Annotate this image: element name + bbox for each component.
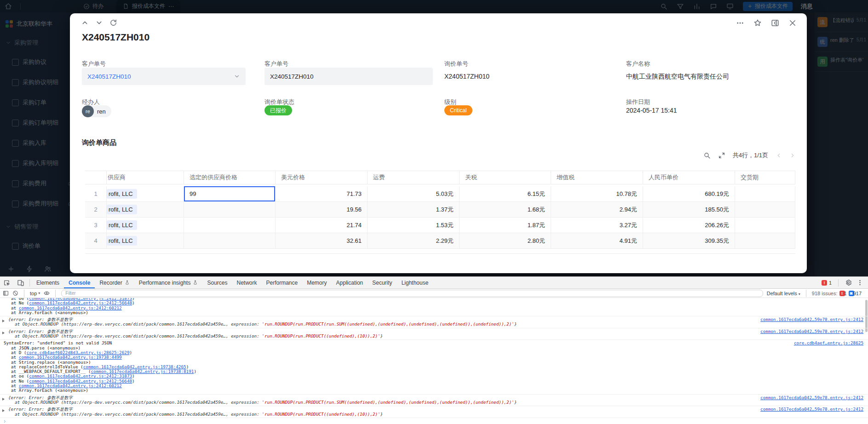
refresh-icon[interactable] [109, 19, 117, 27]
context-selector[interactable]: top ▾ [30, 291, 40, 296]
expand-triangle-icon[interactable] [2, 398, 5, 401]
cell-selected-price[interactable] [184, 233, 276, 249]
cell-vat[interactable]: 3.27元 [551, 218, 643, 233]
cell-vat[interactable]: 2.94元 [551, 202, 643, 218]
cell-freight[interactable]: 1.37元 [368, 202, 460, 218]
prev-record-icon[interactable] [81, 19, 89, 27]
cell-selected-price[interactable] [184, 218, 276, 233]
cell-tariff[interactable]: 6.15元 [460, 186, 551, 202]
devtools-tab-Sources[interactable]: Sources [202, 277, 232, 288]
cell-delivery[interactable] [735, 202, 795, 218]
column-header[interactable]: 关税 [460, 171, 551, 184]
devtools-tab-Application[interactable]: Application [332, 277, 368, 288]
live-expression-icon[interactable] [44, 290, 50, 296]
cell-freight[interactable]: 5.03元 [368, 186, 460, 202]
more-icon[interactable] [736, 19, 744, 27]
cell-cny-price[interactable]: 680.19元 [643, 186, 735, 202]
console-error-group[interactable]: {error: Error: 参数不是数字 at Object.ROUNDUP … [0, 328, 868, 340]
devtools-tab-Elements[interactable]: Elements [32, 277, 64, 288]
collapse-panel-icon[interactable] [771, 19, 779, 27]
source-link[interactable]: common.1617ecda6a042…entry.js:19738:4499 [19, 355, 122, 360]
cell-freight[interactable]: 2.29元 [368, 233, 460, 249]
source-link[interactable]: common.1617ecda6a042…entry.js:2412:60212 [19, 306, 122, 310]
cell-tariff[interactable]: 1.87元 [460, 218, 551, 233]
source-link[interactable]: common.1617ecda6a042…59e78.entry.js:2412 [760, 407, 863, 412]
source-link[interactable]: core.cdb4aef…entry.js:28625 [794, 341, 863, 345]
console-error-group[interactable]: {error: Error: 参数不是数字 at Object.ROUNDUP … [0, 395, 868, 407]
cell-delivery[interactable] [735, 218, 795, 233]
column-header[interactable]: 供应商 [107, 171, 184, 184]
column-header[interactable]: 人民币单价 [643, 171, 735, 184]
source-link[interactable]: common.1617ecda6a042…entry.js:2412:31873 [29, 374, 132, 378]
expand-triangle-icon[interactable] [2, 320, 5, 322]
devtools-tab-Lighthouse[interactable]: Lighthouse [397, 277, 433, 288]
console-sidebar-icon[interactable] [3, 290, 9, 296]
console-filter-input[interactable] [61, 290, 763, 297]
column-header[interactable]: 选定的供应商价格 [184, 171, 276, 184]
source-link[interactable]: core.cdb4aef6022d8d3…entry.js:28625:2629 [27, 350, 130, 355]
cell-supplier[interactable]: rofit, LLC [107, 202, 184, 218]
cell-usd-price[interactable]: 32.61 [276, 233, 368, 249]
console-prompt[interactable] [0, 418, 868, 424]
customer-no-input[interactable]: X240517ZH010 [264, 68, 433, 85]
inspect-element-icon[interactable] [3, 279, 11, 286]
devtools-tab-Performance insights[interactable]: Performance insights [134, 277, 203, 288]
devtools-tab-Security[interactable]: Security [368, 277, 397, 288]
devtools-tab-Console[interactable]: Console [64, 277, 95, 288]
expand-triangle-icon[interactable] [2, 409, 5, 412]
devtools-tab-Network[interactable]: Network [232, 277, 261, 288]
cell-usd-price[interactable]: 21.74 [276, 218, 368, 233]
cell-usd-price[interactable]: 71.73 [276, 186, 368, 202]
cell-supplier[interactable]: rofit, LLC [107, 218, 184, 233]
source-link[interactable]: common.1617ecda6a042…59e78.entry.js:2412 [760, 395, 863, 400]
cell-selected-price[interactable]: 99 [184, 186, 276, 202]
devtools-tab-Performance[interactable]: Performance [262, 277, 303, 288]
console-error-group[interactable]: {error: Error: 参数不是数字 at Object.ROUNDUP … [0, 406, 868, 418]
favorite-icon[interactable] [753, 19, 762, 27]
table-search-icon[interactable] [703, 152, 711, 159]
source-link[interactable]: common.1617ecda6a042…entry.js:19738:4265 [83, 365, 186, 369]
cell-supplier[interactable]: rofit, LLC [107, 233, 184, 249]
close-icon[interactable] [788, 19, 797, 27]
next-page-icon[interactable] [789, 152, 796, 159]
devtools-tab-Recorder[interactable]: Recorder [95, 277, 134, 288]
log-levels-selector[interactable]: Default levels ▾ [767, 291, 800, 296]
cell-vat[interactable]: 10.78元 [551, 186, 643, 202]
source-link[interactable]: common.1617ecda6a042…entry.js:2412:31873 [29, 298, 132, 301]
error-count-badge[interactable]: ! [822, 280, 827, 286]
cell-supplier[interactable]: rofit, LLC [107, 186, 184, 202]
devtools-tab-Memory[interactable]: Memory [302, 277, 331, 288]
expand-triangle-icon[interactable] [2, 332, 5, 334]
issues-counter[interactable]: 918 issues: ! 1 ▣ 917 [812, 291, 865, 296]
table-expand-icon[interactable] [718, 152, 725, 159]
cell-vat[interactable]: 4.91元 [551, 233, 643, 249]
device-toolbar-icon[interactable] [17, 279, 24, 286]
cell-selected-price[interactable] [184, 202, 276, 218]
column-header[interactable]: 增值税 [551, 171, 643, 184]
handler-user[interactable]: re ren [82, 105, 111, 117]
source-link[interactable]: common.1617ecda6a042…entry.js:19738:8191 [91, 369, 194, 374]
cell-freight[interactable]: 1.53元 [368, 218, 460, 233]
column-header[interactable]: 美元价格 [276, 171, 368, 184]
column-header[interactable]: 交货期 [735, 171, 795, 184]
cell-tariff[interactable]: 1.68元 [460, 202, 551, 218]
source-link[interactable]: common.1617ecda6a042…entry.js:2412:60212 [19, 384, 122, 388]
customer-no-select[interactable]: X240517ZH010 [82, 68, 246, 85]
devtools-settings-icon[interactable] [845, 279, 852, 286]
cell-cny-price[interactable]: 309.35元 [643, 233, 735, 249]
cell-usd-price[interactable]: 19.56 [276, 202, 368, 218]
source-link[interactable]: common.1617ecda6a042…59e78.entry.js:2412 [760, 329, 863, 334]
cell-cny-price[interactable]: 185.50元 [643, 202, 735, 218]
devtools-menu-icon[interactable] [857, 279, 863, 286]
cell-tariff[interactable]: 2.80元 [460, 233, 551, 249]
source-link[interactable]: common.1617ecda6a042…entry.js:2412:56648 [29, 379, 132, 384]
prev-page-icon[interactable] [776, 152, 782, 159]
cell-delivery[interactable] [735, 233, 795, 249]
cell-delivery[interactable] [735, 186, 795, 202]
next-record-icon[interactable] [95, 19, 103, 27]
console-error-group[interactable]: {error: Error: 参数不是数字 at Object.ROUNDUP … [0, 316, 868, 328]
source-link[interactable]: common.1617ecda6a042…entry.js:2412:56648 [29, 301, 132, 305]
cell-cny-price[interactable]: 206.26元 [643, 218, 735, 233]
column-header[interactable]: 运费 [368, 171, 460, 184]
source-link[interactable]: common.1617ecda6a042…59e78.entry.js:2412 [760, 317, 863, 322]
